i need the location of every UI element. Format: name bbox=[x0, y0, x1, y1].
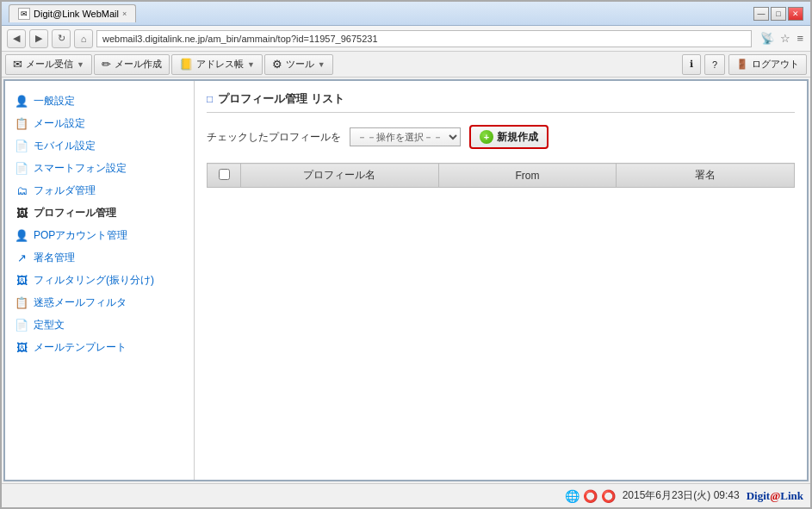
sidebar-item-pop[interactable]: 👤 POPアカウント管理 bbox=[12, 224, 187, 246]
status-datetime: 2015年6月23日(火) 09:43 bbox=[623, 488, 740, 503]
status-icons: 🌐 ⭕ ⭕ bbox=[565, 489, 616, 503]
new-create-icon: + bbox=[480, 130, 493, 144]
profile-table: プロフィール名 From 署名 bbox=[207, 163, 795, 188]
section-icon: □ bbox=[207, 93, 213, 105]
logo-at: @ bbox=[770, 489, 780, 502]
tab-icon: ✉ bbox=[18, 8, 30, 20]
general-icon: 👤 bbox=[14, 93, 29, 109]
action-label: チェックしたプロフィールを bbox=[207, 130, 341, 145]
signature-icon: ↗ bbox=[14, 250, 29, 265]
sidebar-item-mobile[interactable]: 📄 モバイル設定 bbox=[12, 134, 187, 157]
url-input[interactable]: webmail3.digitalink.ne.jp/am_bin/ammain/… bbox=[96, 30, 752, 47]
table-header-row: プロフィール名 From 署名 bbox=[208, 164, 795, 188]
nav-right-icons: 📡 ☆ ≡ bbox=[759, 32, 805, 45]
mail-template-icon: 🖼 bbox=[14, 339, 29, 355]
title-bar: ✉ Digit@Link WebMail × — □ ✕ bbox=[2, 2, 810, 26]
toolbar-right: ℹ ? 🚪 ログアウト bbox=[682, 54, 807, 75]
close-btn[interactable]: ✕ bbox=[788, 7, 803, 21]
sidebar: 👤 一般設定 📋 メール設定 📄 モバイル設定 📄 スマートフォン設定 🗂 bbox=[5, 81, 195, 480]
tab-close-btn[interactable]: × bbox=[122, 9, 127, 18]
tools-btn[interactable]: ⚙ ツール ▼ bbox=[264, 54, 333, 75]
status-logo: Digit@Link bbox=[747, 489, 803, 503]
menu-icon[interactable]: ≡ bbox=[795, 32, 805, 45]
smartphone-icon: 📄 bbox=[14, 160, 29, 176]
select-all-checkbox[interactable] bbox=[219, 169, 230, 180]
mail-icon: 📋 bbox=[14, 115, 29, 131]
profile-icon: 🖼 bbox=[14, 205, 29, 220]
section-title: □ プロフィール管理 リスト bbox=[207, 91, 795, 113]
template-text-icon: 📄 bbox=[14, 317, 29, 332]
back-btn[interactable]: ◀ bbox=[7, 29, 26, 48]
home-btn[interactable]: ⌂ bbox=[74, 29, 93, 48]
tools-arrow: ▼ bbox=[318, 60, 325, 69]
sidebar-item-spam[interactable]: 📋 迷惑メールフィルタ bbox=[12, 291, 187, 313]
mail-compose-icon: ✏ bbox=[102, 58, 111, 71]
browser-window: ✉ Digit@Link WebMail × — □ ✕ ◀ ▶ ↻ ⌂ web… bbox=[0, 0, 812, 509]
address-book-arrow: ▼ bbox=[247, 60, 255, 69]
content-area: □ プロフィール管理 リスト チェックしたプロフィールを －－操作を選択－－ 削… bbox=[195, 81, 807, 480]
logout-btn[interactable]: 🚪 ログアウト bbox=[728, 54, 807, 75]
window-controls: — □ ✕ bbox=[753, 7, 803, 21]
pop-icon: 👤 bbox=[14, 227, 29, 243]
sidebar-item-general[interactable]: 👤 一般設定 bbox=[12, 90, 187, 112]
forward-btn[interactable]: ▶ bbox=[29, 29, 48, 48]
star-icon[interactable]: ☆ bbox=[778, 32, 792, 45]
info-btn[interactable]: ℹ bbox=[682, 54, 701, 75]
action-bar: チェックしたプロフィールを －－操作を選択－－ 削除 + 新規作成 bbox=[207, 125, 795, 149]
sidebar-item-profile[interactable]: 🖼 プロフィール管理 bbox=[12, 202, 187, 224]
help-icon: ? bbox=[712, 59, 717, 70]
status-icon-globe[interactable]: 🌐 bbox=[565, 489, 580, 503]
tab-area: ✉ Digit@Link WebMail × bbox=[9, 4, 136, 22]
address-book-btn[interactable]: 📒 アドレス帳 ▼ bbox=[171, 54, 263, 75]
sidebar-item-mail-template[interactable]: 🖼 メールテンプレート bbox=[12, 336, 187, 358]
sidebar-item-folder[interactable]: 🗂 フォルダ管理 bbox=[12, 179, 187, 202]
toolbar: ✉ メール受信 ▼ ✏ メール作成 📒 アドレス帳 ▼ ⚙ ツール ▼ ℹ bbox=[2, 52, 810, 78]
mobile-icon: 📄 bbox=[14, 138, 29, 153]
mail-receive-btn[interactable]: ✉ メール受信 ▼ bbox=[5, 54, 92, 75]
info-icon: ℹ bbox=[690, 59, 693, 70]
sidebar-item-signature[interactable]: ↗ 署名管理 bbox=[12, 246, 187, 269]
help-btn[interactable]: ? bbox=[704, 54, 725, 75]
action-select[interactable]: －－操作を選択－－ 削除 bbox=[350, 127, 461, 146]
col-header-name: プロフィール名 bbox=[241, 164, 439, 188]
col-header-from: From bbox=[438, 164, 617, 188]
col-header-sign: 署名 bbox=[617, 164, 795, 188]
sidebar-item-smartphone[interactable]: 📄 スマートフォン設定 bbox=[12, 157, 187, 179]
filter-icon: 🖼 bbox=[14, 272, 29, 288]
maximize-btn[interactable]: □ bbox=[771, 7, 786, 21]
rss-icon[interactable]: 📡 bbox=[759, 32, 776, 45]
status-icon-circle1[interactable]: ⭕ bbox=[583, 489, 598, 503]
col-header-checkbox bbox=[208, 164, 241, 188]
spam-icon: 📋 bbox=[14, 295, 29, 310]
sidebar-item-mail[interactable]: 📋 メール設定 bbox=[12, 112, 187, 134]
status-bar: 🌐 ⭕ ⭕ 2015年6月23日(火) 09:43 Digit@Link bbox=[2, 483, 810, 507]
title-bar-left: ✉ Digit@Link WebMail × bbox=[9, 4, 136, 22]
sidebar-item-filter[interactable]: 🖼 フィルタリング(振り分け) bbox=[12, 269, 187, 291]
main-area: 👤 一般設定 📋 メール設定 📄 モバイル設定 📄 スマートフォン設定 🗂 bbox=[3, 79, 809, 481]
tab-label: Digit@Link WebMail bbox=[34, 9, 119, 19]
mail-receive-icon: ✉ bbox=[13, 58, 22, 71]
address-bar: ◀ ▶ ↻ ⌂ webmail3.digitalink.ne.jp/am_bin… bbox=[2, 26, 810, 52]
folder-icon: 🗂 bbox=[14, 183, 29, 198]
status-icon-circle2[interactable]: ⭕ bbox=[601, 489, 616, 503]
tools-icon: ⚙ bbox=[272, 58, 282, 71]
logout-icon: 🚪 bbox=[736, 59, 748, 70]
browser-tab[interactable]: ✉ Digit@Link WebMail × bbox=[9, 4, 136, 22]
minimize-btn[interactable]: — bbox=[753, 7, 769, 21]
new-create-btn[interactable]: + 新規作成 bbox=[469, 125, 549, 149]
refresh-btn[interactable]: ↻ bbox=[52, 29, 71, 48]
sidebar-item-template-text[interactable]: 📄 定型文 bbox=[12, 313, 187, 336]
address-book-icon: 📒 bbox=[179, 58, 193, 71]
mail-receive-arrow: ▼ bbox=[77, 60, 84, 69]
mail-compose-btn[interactable]: ✏ メール作成 bbox=[94, 54, 170, 75]
